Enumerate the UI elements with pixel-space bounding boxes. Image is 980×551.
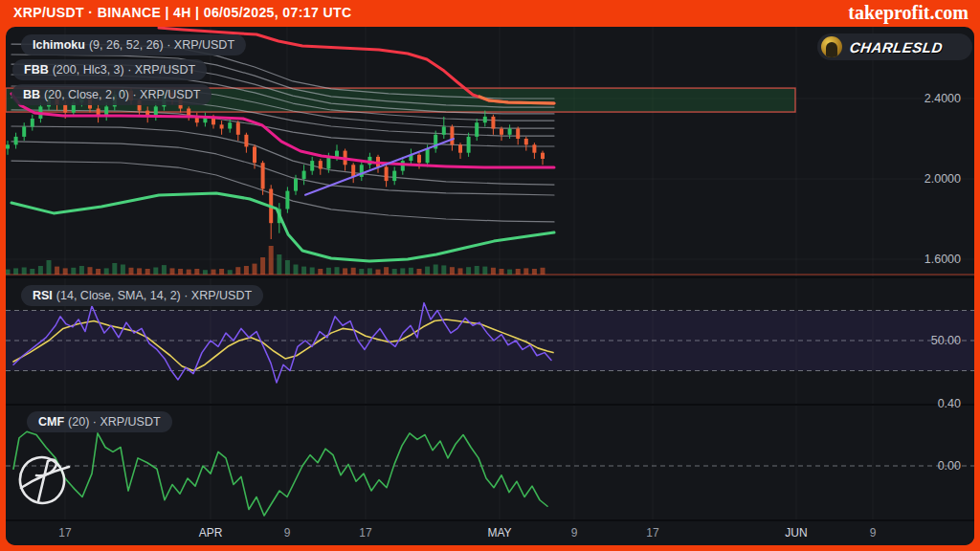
time-axis-label: 9 (571, 526, 578, 540)
legend-ichimoku-name: Ichimoku (33, 38, 85, 52)
watermark-logo (10, 438, 78, 518)
legend-bb[interactable]: BB (20, Close, 2, 0) · XRP/USDT (11, 84, 212, 105)
volume-bar (112, 263, 117, 275)
volume-bar (38, 266, 43, 275)
candle-body (450, 126, 454, 144)
brand-takeprofit: takeprofit.com (848, 2, 969, 24)
volume-bar (376, 270, 381, 275)
legend-rsi[interactable]: RSI (14, Close, SMA, 14, 2) · XRP/USDT (21, 285, 263, 306)
avatar-icon (821, 36, 842, 57)
axis-tick-label: 0.00 (938, 458, 961, 474)
chart-frame: Ichimoku (9, 26, 52, 26) · XRP/USDT FBB … (6, 27, 974, 545)
candle-body (6, 144, 10, 148)
cmf-series (13, 431, 547, 516)
volume-bar (500, 269, 504, 275)
legend-fbb[interactable]: FBB (200, Hlc3, 3) · XRP/USDT (12, 59, 207, 80)
volume-bar (260, 257, 265, 275)
volume-bar (392, 269, 397, 275)
candle-body (458, 144, 462, 152)
volume-bar (219, 269, 224, 275)
legend-cmf-params: (20) · XRP/USDT (68, 415, 161, 429)
volume-bar (269, 246, 274, 275)
volume-bar (79, 266, 84, 275)
time-axis[interactable]: 17APR917MAY917JUN9 (6, 521, 974, 545)
volume-bar (153, 268, 158, 276)
candle-body (385, 166, 389, 181)
volume-bar (203, 270, 208, 275)
candle-body (319, 161, 323, 168)
volume-bar (384, 267, 389, 275)
volume-bar (326, 268, 331, 275)
axis-tick-label: 50.00 (931, 333, 961, 348)
legend-ichimoku[interactable]: Ichimoku (9, 26, 52, 26) · XRP/USDT (21, 34, 246, 55)
candle-body (244, 135, 248, 147)
volume-bar (6, 270, 11, 275)
legend-rsi-name: RSI (33, 289, 53, 302)
axis-tick-label: 0.40 (938, 396, 961, 411)
time-axis-label: APR (199, 526, 223, 540)
volume-bar (96, 269, 100, 275)
volume-bar (450, 267, 455, 275)
candle-body (228, 122, 232, 128)
candle-body (392, 171, 396, 182)
volume-bar (63, 268, 68, 275)
candle-body (63, 104, 67, 112)
volume-bar (71, 268, 76, 275)
volume-bar (170, 268, 175, 275)
volume-bar (212, 270, 216, 275)
candle-body (516, 129, 520, 140)
legend-cmf[interactable]: CMF (20) · XRP/USDT (27, 411, 172, 432)
volume-bar (178, 269, 183, 275)
volume-bar (482, 267, 487, 275)
time-axis-label: 17 (359, 526, 371, 540)
volume-bar (88, 267, 93, 275)
candle-body (31, 119, 34, 126)
volume-bar (244, 266, 249, 275)
volume-bar (285, 260, 290, 275)
time-axis-label: 9 (870, 526, 877, 540)
volume-bar (253, 264, 257, 275)
volume-bar (162, 265, 167, 275)
candle-body (310, 161, 314, 171)
volume-bar (507, 270, 512, 275)
legend-fbb-params: (200, Hlc3, 3) · XRP/USDT (53, 63, 195, 77)
legend-bb-params: (20, Close, 2, 0) · XRP/USDT (44, 88, 200, 101)
volume-bar (194, 269, 199, 275)
candle-body (261, 163, 265, 188)
candle-body (475, 122, 479, 137)
volume-bar (22, 268, 27, 276)
time-axis-label: 17 (58, 526, 71, 540)
time-axis-label: JUN (785, 526, 807, 540)
volume-bar (235, 267, 240, 275)
candle-body (426, 149, 430, 164)
volume-bar (409, 268, 413, 275)
volume-bar (121, 265, 125, 276)
volume-bar (343, 268, 347, 275)
volume-bar (13, 268, 18, 275)
volume-bar (458, 268, 463, 275)
volume-bar (55, 267, 59, 275)
volume-bar (368, 268, 372, 275)
volume-bar (310, 268, 315, 276)
volume-bar (541, 268, 546, 275)
volume-bar (434, 265, 438, 276)
volume-bar (523, 268, 528, 275)
time-axis-label: MAY (487, 526, 511, 540)
candle-body (483, 117, 487, 122)
volume-bar (137, 268, 142, 275)
volume-bar (228, 270, 233, 275)
volume-bar (466, 267, 471, 275)
candle-body (236, 122, 240, 135)
panel-separator (6, 404, 974, 406)
top-bar: XRP/USDT · BINANCE | 4H | 06/05/2025, 07… (0, 0, 980, 27)
volume-bar (301, 267, 306, 275)
volume-bar (277, 254, 281, 275)
candle-body (253, 146, 256, 163)
legend-cmf-name: CMF (38, 415, 64, 429)
time-axis-label: 17 (646, 526, 658, 540)
candle-body (285, 191, 289, 209)
charlesld-badge: CHARLESLD (817, 33, 972, 60)
volume-bar (145, 269, 150, 275)
volume-bar (187, 270, 191, 275)
candle-body (294, 179, 298, 191)
